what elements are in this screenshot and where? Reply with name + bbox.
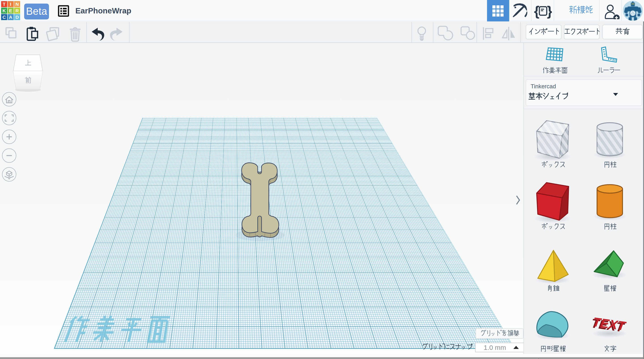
svg-text:{: { — [534, 3, 539, 18]
svg-text:}: } — [547, 3, 552, 18]
